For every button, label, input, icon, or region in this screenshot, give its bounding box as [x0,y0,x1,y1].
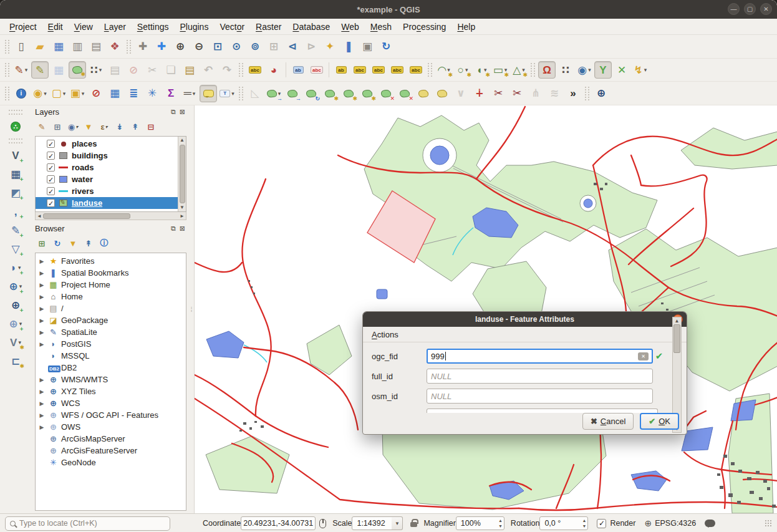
menu-help[interactable]: Help [451,21,481,33]
fill-ring-button[interactable]: ✕ [377,85,395,102]
add-delimited-text-layer-button[interactable]: ,＋ [7,203,24,220]
circle-button[interactable]: ○✱▾ [454,61,471,79]
browser-item-db2[interactable]: DB2DB2 [36,362,186,374]
avoid-overlap-button[interactable]: ✕ [613,61,630,79]
browser-item-home[interactable]: ▶⌂Home [36,291,186,302]
remove-layer-button[interactable]: ⊟ [144,120,158,133]
add-vector-layer-button[interactable]: V＋ [7,147,24,164]
add-spatialite-layer-button[interactable]: ✎＋ [7,221,24,239]
add-mesh-layer-button[interactable]: ◩＋ [7,184,24,201]
crs-icon[interactable]: ⊕ [644,518,652,528]
new-spatial-bookmark-button[interactable]: ✦ [321,38,339,56]
rotate-feature-button[interactable]: ↻ [302,85,320,102]
ok-button[interactable]: ✔ OK [640,413,679,430]
zoom-in-button[interactable]: ⊕ [171,38,189,56]
delete-part-button[interactable] [415,85,432,102]
enable-snapping-button[interactable]: Ω [538,61,556,79]
add-virtual-layer-button[interactable]: ▽＋ [7,240,24,258]
menu-raster[interactable]: Raster [250,21,287,33]
layer-item-buildings[interactable]: ✓buildings [36,150,178,162]
expand-all-button[interactable]: ↡ [113,120,127,133]
map-canvas[interactable]: landuse - Feature Attributes ✕ Actions o… [194,105,777,513]
merge-features-button[interactable]: ✂ [490,85,507,102]
render-checkbox[interactable]: ✓ [597,519,606,528]
field-calculator-button[interactable]: ≣ [125,85,142,102]
menu-database[interactable]: Database [287,21,335,33]
collapse-all-button[interactable]: ↟ [128,120,142,133]
expand-arrow-icon[interactable]: ▶ [38,377,46,383]
regular-polygon-button[interactable]: △✱▾ [510,61,528,79]
expand-arrow-icon[interactable]: ▶ [38,317,46,324]
enable-tracing-button[interactable]: ↯▾ [632,61,649,79]
select-by-value-button[interactable]: ▣▾ [69,85,86,102]
snap-on-intersections-button[interactable]: Y [594,61,612,79]
panel-splitter[interactable]: ⁞ [189,105,194,513]
expand-arrow-icon[interactable]: ▶ [38,282,46,288]
toggle-label-visibility-button[interactable]: ab [332,61,350,79]
layer-item-roads[interactable]: ✓roads [36,162,178,173]
collapse-all-button[interactable]: ↟ [82,237,95,249]
identify-features-button[interactable]: i [12,85,30,102]
browser-item-postgis[interactable]: ▶◗PostGIS [36,338,186,350]
layer-checkbox[interactable]: ✓ [47,163,55,172]
open-project-button[interactable]: ▰ [31,38,49,56]
dialog-titlebar[interactable]: landuse - Feature Attributes ✕ [363,312,687,327]
close-panel-icon[interactable]: ⊠ [180,108,185,116]
browser-item--[interactable]: ▶▤/ [36,302,186,314]
processing-toolbox-button[interactable]: ✳ [143,85,161,102]
filter-legend-button[interactable]: ▼ [82,120,95,133]
toolbar-overflow-button[interactable]: » [564,85,582,102]
move-label-button[interactable]: abc [351,61,369,79]
add-vector-tile-layer-button[interactable]: V✱▾ [7,334,24,351]
browser-properties-button[interactable]: ⓘ [97,237,111,249]
add-group-button[interactable]: ⊞ [51,120,64,133]
merge-attributes-button[interactable]: ✂ [508,85,526,102]
new-print-layout-button[interactable]: ▥ [69,38,86,56]
toolbar-grip[interactable] [9,110,22,115]
rectangle-button[interactable]: ▭✱▾ [491,61,509,79]
pan-map-button[interactable]: ✚ [134,38,152,56]
zoom-to-layer-button[interactable]: ⊚ [246,38,264,56]
show-spatial-bookmarks-button[interactable]: ❚ [340,38,357,56]
layer-labeling-options-button[interactable]: abc [246,61,264,79]
zoom-full-button[interactable]: ⊡ [209,38,226,56]
expand-arrow-icon[interactable]: ▶ [38,329,46,336]
save-project-button[interactable]: ▦ [50,38,67,56]
text-annotation-button[interactable]: T▾ [218,85,236,102]
layer-checkbox[interactable]: ✓ [47,152,55,160]
add-postgis-layer-button[interactable]: ◗＋▾ [7,259,24,276]
browser-item-wcs[interactable]: ▶⊕WCS [36,397,186,409]
simplify-feature-button[interactable]: ✱ [321,85,339,102]
add-wfs-layer-button[interactable]: ⊕＋▾ [7,315,24,332]
clear-input-icon[interactable]: ✕ [638,352,649,360]
style-manager-button[interactable]: ❖ [106,38,123,56]
layer-checkbox[interactable]: ✓ [47,140,55,148]
menu-edit[interactable]: Edit [42,21,69,33]
layer-checkbox[interactable]: ✓ [47,175,55,183]
metasearch-button[interactable]: ⊕ [592,85,610,102]
select-features-button[interactable]: ▢▾ [50,85,67,102]
layers-vertical-scrollbar[interactable]: ▲▼ [178,137,186,211]
open-attribute-table-button[interactable]: ▦ [106,85,123,102]
layer-item-rivers[interactable]: ✓rivers [36,185,178,197]
expand-arrow-icon[interactable]: ▶ [38,294,46,300]
show-bookmark-manager-button[interactable]: ▣ [359,38,376,56]
reshape-features-button[interactable] [433,85,451,102]
toolbar-grip[interactable] [5,40,9,54]
toolbar-grip[interactable] [127,40,131,54]
snapping-options-button[interactable]: ∷ [557,61,574,79]
change-label-button[interactable]: abc [388,61,406,79]
close-panel-icon[interactable]: ⊠ [180,225,185,233]
ellipse-button[interactable]: ◖✱▾ [473,61,490,79]
vertex-tool-button[interactable]: ∷▾ [87,61,105,79]
cancel-button[interactable]: ✖ Cancel [582,413,634,430]
filter-browser-button[interactable]: ▼ [66,237,80,249]
close-button[interactable]: ✕ [760,3,772,15]
scale-dropdown-button[interactable]: ▼ [392,516,403,530]
ogc_fid-input[interactable]: 999✕ [427,349,653,364]
rotation-spinbox[interactable]: 0,0 ° ▲▼ [539,516,588,530]
layers-horizontal-scrollbar[interactable]: ◄► [35,212,186,220]
copy-move-feature-button[interactable]: → [284,85,301,102]
expand-arrow-icon[interactable]: ▶ [38,412,46,418]
expand-arrow-icon[interactable]: ▶ [38,258,46,264]
